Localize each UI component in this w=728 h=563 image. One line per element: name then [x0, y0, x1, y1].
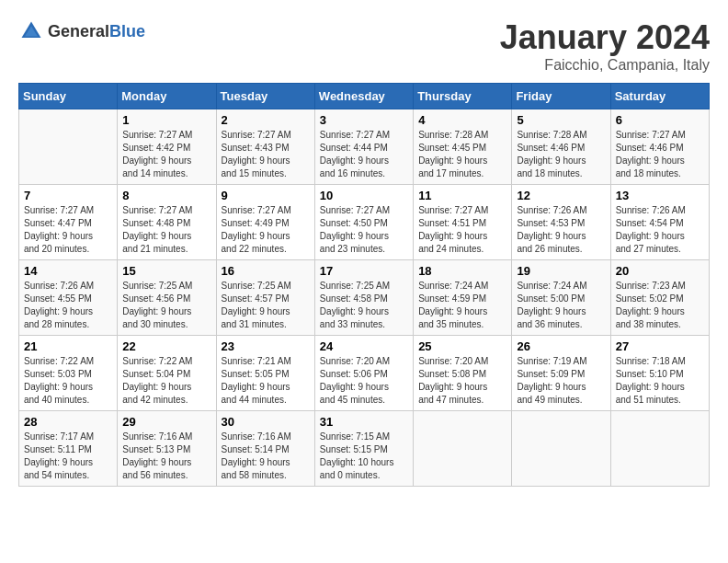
- day-number: 28: [24, 415, 112, 429]
- day-info: Sunrise: 7:24 AMSunset: 4:59 PMDaylight:…: [418, 280, 506, 331]
- calendar-cell: 2Sunrise: 7:27 AMSunset: 4:43 PMDaylight…: [216, 109, 314, 185]
- calendar-cell: 25Sunrise: 7:20 AMSunset: 5:08 PMDayligh…: [414, 336, 512, 411]
- day-number: 7: [24, 189, 112, 202]
- day-info: Sunrise: 7:27 AMSunset: 4:46 PMDaylight:…: [616, 129, 704, 180]
- calendar-cell: 4Sunrise: 7:28 AMSunset: 4:45 PMDaylight…: [414, 109, 512, 185]
- calendar-cell: 10Sunrise: 7:27 AMSunset: 4:50 PMDayligh…: [314, 185, 413, 260]
- day-info: Sunrise: 7:28 AMSunset: 4:46 PMDaylight:…: [517, 129, 605, 180]
- column-header-sunday: Sunday: [19, 84, 118, 109]
- calendar-cell: 27Sunrise: 7:18 AMSunset: 5:10 PMDayligh…: [610, 336, 709, 411]
- day-number: 22: [122, 339, 210, 353]
- logo-general: General: [48, 22, 109, 40]
- day-number: 12: [517, 189, 605, 202]
- calendar-cell: [512, 411, 610, 487]
- day-info: Sunrise: 7:18 AMSunset: 5:10 PMDaylight:…: [616, 355, 704, 407]
- calendar-title: January 2024: [500, 18, 710, 57]
- calendar-cell: 15Sunrise: 7:25 AMSunset: 4:56 PMDayligh…: [118, 260, 216, 336]
- day-number: 6: [616, 113, 704, 127]
- column-header-wednesday: Wednesday: [314, 84, 413, 109]
- calendar-cell: 12Sunrise: 7:26 AMSunset: 4:53 PMDayligh…: [512, 185, 610, 260]
- calendar-cell: 6Sunrise: 7:27 AMSunset: 4:46 PMDaylight…: [610, 109, 709, 185]
- day-info: Sunrise: 7:27 AMSunset: 4:48 PMDaylight:…: [122, 204, 210, 256]
- day-info: Sunrise: 7:25 AMSunset: 4:56 PMDaylight:…: [122, 280, 210, 331]
- calendar-cell: [19, 109, 118, 185]
- calendar-cell: 9Sunrise: 7:27 AMSunset: 4:49 PMDaylight…: [216, 185, 314, 260]
- calendar-cell: [414, 411, 512, 487]
- day-info: Sunrise: 7:27 AMSunset: 4:50 PMDaylight:…: [320, 204, 408, 256]
- calendar-cell: 1Sunrise: 7:27 AMSunset: 4:42 PMDaylight…: [118, 109, 216, 185]
- day-info: Sunrise: 7:22 AMSunset: 5:04 PMDaylight:…: [122, 355, 210, 407]
- day-info: Sunrise: 7:26 AMSunset: 4:53 PMDaylight:…: [517, 204, 605, 256]
- calendar-week-row: 7Sunrise: 7:27 AMSunset: 4:47 PMDaylight…: [19, 185, 710, 260]
- day-info: Sunrise: 7:27 AMSunset: 4:47 PMDaylight:…: [24, 204, 112, 256]
- day-number: 1: [122, 113, 210, 127]
- day-number: 26: [517, 339, 605, 353]
- calendar-cell: [610, 411, 709, 487]
- day-info: Sunrise: 7:16 AMSunset: 5:14 PMDaylight:…: [222, 431, 310, 482]
- day-number: 14: [24, 264, 112, 278]
- day-number: 29: [122, 415, 210, 429]
- calendar-subtitle: Faicchio, Campania, Italy: [500, 57, 710, 74]
- day-info: Sunrise: 7:21 AMSunset: 5:05 PMDaylight:…: [222, 355, 310, 407]
- day-number: 17: [320, 264, 408, 278]
- column-header-friday: Friday: [512, 84, 610, 109]
- calendar-header-row: SundayMondayTuesdayWednesdayThursdayFrid…: [19, 84, 710, 109]
- day-info: Sunrise: 7:19 AMSunset: 5:09 PMDaylight:…: [517, 355, 605, 407]
- day-number: 19: [517, 264, 605, 278]
- calendar-cell: 7Sunrise: 7:27 AMSunset: 4:47 PMDaylight…: [19, 185, 118, 260]
- logo-blue: Blue: [109, 22, 145, 40]
- calendar-cell: 17Sunrise: 7:25 AMSunset: 4:58 PMDayligh…: [314, 260, 413, 336]
- calendar-cell: 21Sunrise: 7:22 AMSunset: 5:03 PMDayligh…: [19, 336, 118, 411]
- calendar-cell: 22Sunrise: 7:22 AMSunset: 5:04 PMDayligh…: [118, 336, 216, 411]
- day-info: Sunrise: 7:15 AMSunset: 5:15 PMDaylight:…: [320, 431, 408, 482]
- calendar-week-row: 14Sunrise: 7:26 AMSunset: 4:55 PMDayligh…: [19, 260, 710, 336]
- column-header-monday: Monday: [118, 84, 216, 109]
- calendar-cell: 30Sunrise: 7:16 AMSunset: 5:14 PMDayligh…: [216, 411, 314, 487]
- calendar-body: 1Sunrise: 7:27 AMSunset: 4:42 PMDaylight…: [19, 109, 710, 487]
- day-number: 25: [418, 339, 506, 353]
- calendar-cell: 29Sunrise: 7:16 AMSunset: 5:13 PMDayligh…: [118, 411, 216, 487]
- day-info: Sunrise: 7:23 AMSunset: 5:02 PMDaylight:…: [616, 280, 704, 331]
- day-info: Sunrise: 7:27 AMSunset: 4:42 PMDaylight:…: [122, 129, 210, 180]
- calendar-cell: 19Sunrise: 7:24 AMSunset: 5:00 PMDayligh…: [512, 260, 610, 336]
- day-number: 3: [320, 113, 408, 127]
- day-info: Sunrise: 7:16 AMSunset: 5:13 PMDaylight:…: [122, 431, 210, 482]
- calendar-cell: 8Sunrise: 7:27 AMSunset: 4:48 PMDaylight…: [118, 185, 216, 260]
- calendar-cell: 5Sunrise: 7:28 AMSunset: 4:46 PMDaylight…: [512, 109, 610, 185]
- calendar-cell: 3Sunrise: 7:27 AMSunset: 4:44 PMDaylight…: [314, 109, 413, 185]
- calendar-cell: 14Sunrise: 7:26 AMSunset: 4:55 PMDayligh…: [19, 260, 118, 336]
- column-header-tuesday: Tuesday: [216, 84, 314, 109]
- day-info: Sunrise: 7:25 AMSunset: 4:57 PMDaylight:…: [222, 280, 310, 331]
- calendar-cell: 11Sunrise: 7:27 AMSunset: 4:51 PMDayligh…: [414, 185, 512, 260]
- day-number: 18: [418, 264, 506, 278]
- day-number: 16: [222, 264, 310, 278]
- logo-icon: [18, 18, 44, 44]
- day-number: 11: [418, 189, 506, 202]
- column-header-saturday: Saturday: [610, 84, 709, 109]
- day-info: Sunrise: 7:27 AMSunset: 4:43 PMDaylight:…: [222, 129, 310, 180]
- day-number: 21: [24, 339, 112, 353]
- calendar-cell: 18Sunrise: 7:24 AMSunset: 4:59 PMDayligh…: [414, 260, 512, 336]
- calendar-cell: 23Sunrise: 7:21 AMSunset: 5:05 PMDayligh…: [216, 336, 314, 411]
- calendar-cell: 28Sunrise: 7:17 AMSunset: 5:11 PMDayligh…: [19, 411, 118, 487]
- calendar-cell: 24Sunrise: 7:20 AMSunset: 5:06 PMDayligh…: [314, 336, 413, 411]
- day-info: Sunrise: 7:26 AMSunset: 4:55 PMDaylight:…: [24, 280, 112, 331]
- day-info: Sunrise: 7:26 AMSunset: 4:54 PMDaylight:…: [616, 204, 704, 256]
- calendar-cell: 31Sunrise: 7:15 AMSunset: 5:15 PMDayligh…: [314, 411, 413, 487]
- day-info: Sunrise: 7:20 AMSunset: 5:08 PMDaylight:…: [418, 355, 506, 407]
- day-info: Sunrise: 7:28 AMSunset: 4:45 PMDaylight:…: [418, 129, 506, 180]
- calendar-cell: 26Sunrise: 7:19 AMSunset: 5:09 PMDayligh…: [512, 336, 610, 411]
- logo: GeneralBlue: [18, 18, 145, 44]
- calendar-week-row: 1Sunrise: 7:27 AMSunset: 4:42 PMDaylight…: [19, 109, 710, 185]
- day-number: 30: [222, 415, 310, 429]
- day-number: 2: [222, 113, 310, 127]
- title-block: January 2024 Faicchio, Campania, Italy: [500, 18, 710, 74]
- day-number: 4: [418, 113, 506, 127]
- calendar-cell: 16Sunrise: 7:25 AMSunset: 4:57 PMDayligh…: [216, 260, 314, 336]
- day-number: 10: [320, 189, 408, 202]
- day-number: 9: [222, 189, 310, 202]
- day-number: 20: [616, 264, 704, 278]
- day-info: Sunrise: 7:27 AMSunset: 4:49 PMDaylight:…: [222, 204, 310, 256]
- day-info: Sunrise: 7:22 AMSunset: 5:03 PMDaylight:…: [24, 355, 112, 407]
- day-info: Sunrise: 7:25 AMSunset: 4:58 PMDaylight:…: [320, 280, 408, 331]
